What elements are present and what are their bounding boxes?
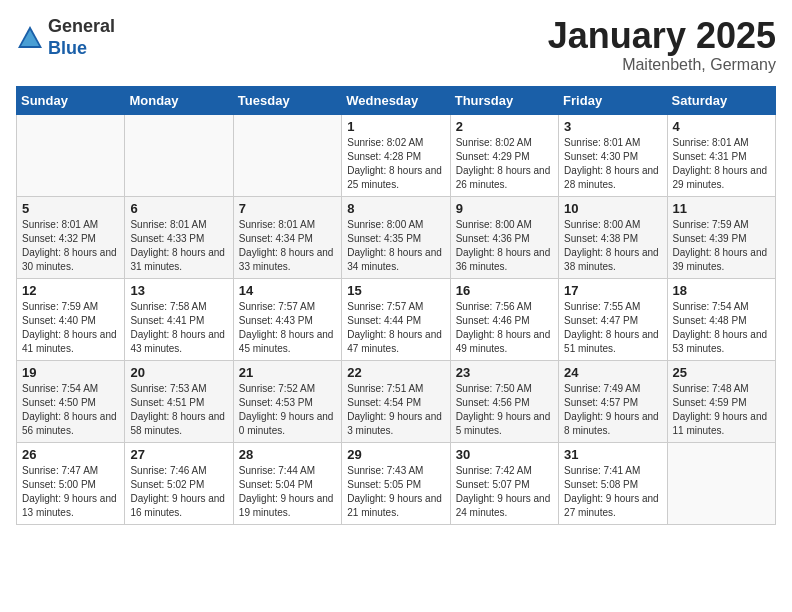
calendar-cell: 17Sunrise: 7:55 AM Sunset: 4:47 PM Dayli… <box>559 278 667 360</box>
day-info: Sunrise: 7:41 AM Sunset: 5:08 PM Dayligh… <box>564 464 661 520</box>
day-info: Sunrise: 7:59 AM Sunset: 4:39 PM Dayligh… <box>673 218 770 274</box>
calendar-cell: 27Sunrise: 7:46 AM Sunset: 5:02 PM Dayli… <box>125 442 233 524</box>
calendar-cell: 1Sunrise: 8:02 AM Sunset: 4:28 PM Daylig… <box>342 114 450 196</box>
calendar-cell: 2Sunrise: 8:02 AM Sunset: 4:29 PM Daylig… <box>450 114 558 196</box>
day-number: 9 <box>456 201 553 216</box>
day-number: 21 <box>239 365 336 380</box>
day-number: 26 <box>22 447 119 462</box>
day-number: 5 <box>22 201 119 216</box>
calendar-cell: 12Sunrise: 7:59 AM Sunset: 4:40 PM Dayli… <box>17 278 125 360</box>
day-number: 30 <box>456 447 553 462</box>
day-number: 28 <box>239 447 336 462</box>
day-info: Sunrise: 8:00 AM Sunset: 4:38 PM Dayligh… <box>564 218 661 274</box>
day-info: Sunrise: 7:44 AM Sunset: 5:04 PM Dayligh… <box>239 464 336 520</box>
day-info: Sunrise: 7:46 AM Sunset: 5:02 PM Dayligh… <box>130 464 227 520</box>
day-number: 1 <box>347 119 444 134</box>
day-info: Sunrise: 7:54 AM Sunset: 4:48 PM Dayligh… <box>673 300 770 356</box>
logo: General Blue <box>16 16 115 59</box>
calendar-cell: 25Sunrise: 7:48 AM Sunset: 4:59 PM Dayli… <box>667 360 775 442</box>
weekday-header-thursday: Thursday <box>450 86 558 114</box>
calendar-week-row: 19Sunrise: 7:54 AM Sunset: 4:50 PM Dayli… <box>17 360 776 442</box>
day-number: 17 <box>564 283 661 298</box>
calendar-cell: 28Sunrise: 7:44 AM Sunset: 5:04 PM Dayli… <box>233 442 341 524</box>
calendar-table: SundayMondayTuesdayWednesdayThursdayFrid… <box>16 86 776 525</box>
day-info: Sunrise: 7:54 AM Sunset: 4:50 PM Dayligh… <box>22 382 119 438</box>
day-number: 23 <box>456 365 553 380</box>
day-info: Sunrise: 7:48 AM Sunset: 4:59 PM Dayligh… <box>673 382 770 438</box>
day-info: Sunrise: 8:01 AM Sunset: 4:33 PM Dayligh… <box>130 218 227 274</box>
calendar-week-row: 26Sunrise: 7:47 AM Sunset: 5:00 PM Dayli… <box>17 442 776 524</box>
day-number: 19 <box>22 365 119 380</box>
calendar-week-row: 5Sunrise: 8:01 AM Sunset: 4:32 PM Daylig… <box>17 196 776 278</box>
calendar-cell: 9Sunrise: 8:00 AM Sunset: 4:36 PM Daylig… <box>450 196 558 278</box>
day-info: Sunrise: 7:57 AM Sunset: 4:44 PM Dayligh… <box>347 300 444 356</box>
day-info: Sunrise: 7:51 AM Sunset: 4:54 PM Dayligh… <box>347 382 444 438</box>
weekday-header-wednesday: Wednesday <box>342 86 450 114</box>
calendar-cell: 20Sunrise: 7:53 AM Sunset: 4:51 PM Dayli… <box>125 360 233 442</box>
weekday-header-monday: Monday <box>125 86 233 114</box>
day-info: Sunrise: 8:01 AM Sunset: 4:30 PM Dayligh… <box>564 136 661 192</box>
calendar-cell <box>125 114 233 196</box>
weekday-header-sunday: Sunday <box>17 86 125 114</box>
logo-general-text: General <box>48 16 115 38</box>
day-number: 22 <box>347 365 444 380</box>
day-number: 20 <box>130 365 227 380</box>
calendar-cell: 15Sunrise: 7:57 AM Sunset: 4:44 PM Dayli… <box>342 278 450 360</box>
calendar-cell: 11Sunrise: 7:59 AM Sunset: 4:39 PM Dayli… <box>667 196 775 278</box>
day-number: 8 <box>347 201 444 216</box>
day-info: Sunrise: 8:02 AM Sunset: 4:29 PM Dayligh… <box>456 136 553 192</box>
day-info: Sunrise: 7:47 AM Sunset: 5:00 PM Dayligh… <box>22 464 119 520</box>
day-info: Sunrise: 7:57 AM Sunset: 4:43 PM Dayligh… <box>239 300 336 356</box>
calendar-cell: 7Sunrise: 8:01 AM Sunset: 4:34 PM Daylig… <box>233 196 341 278</box>
calendar-week-row: 1Sunrise: 8:02 AM Sunset: 4:28 PM Daylig… <box>17 114 776 196</box>
day-number: 27 <box>130 447 227 462</box>
day-number: 13 <box>130 283 227 298</box>
day-number: 31 <box>564 447 661 462</box>
day-number: 18 <box>673 283 770 298</box>
calendar-cell: 4Sunrise: 8:01 AM Sunset: 4:31 PM Daylig… <box>667 114 775 196</box>
calendar-cell <box>667 442 775 524</box>
day-number: 2 <box>456 119 553 134</box>
calendar-cell: 10Sunrise: 8:00 AM Sunset: 4:38 PM Dayli… <box>559 196 667 278</box>
day-info: Sunrise: 7:56 AM Sunset: 4:46 PM Dayligh… <box>456 300 553 356</box>
weekday-header-friday: Friday <box>559 86 667 114</box>
day-info: Sunrise: 7:55 AM Sunset: 4:47 PM Dayligh… <box>564 300 661 356</box>
page-header: General Blue January 2025 Maitenbeth, Ge… <box>16 16 776 74</box>
title-block: January 2025 Maitenbeth, Germany <box>548 16 776 74</box>
calendar-cell: 22Sunrise: 7:51 AM Sunset: 4:54 PM Dayli… <box>342 360 450 442</box>
calendar-cell: 23Sunrise: 7:50 AM Sunset: 4:56 PM Dayli… <box>450 360 558 442</box>
calendar-cell: 21Sunrise: 7:52 AM Sunset: 4:53 PM Dayli… <box>233 360 341 442</box>
calendar-cell: 8Sunrise: 8:00 AM Sunset: 4:35 PM Daylig… <box>342 196 450 278</box>
day-number: 3 <box>564 119 661 134</box>
day-info: Sunrise: 7:49 AM Sunset: 4:57 PM Dayligh… <box>564 382 661 438</box>
day-info: Sunrise: 8:01 AM Sunset: 4:31 PM Dayligh… <box>673 136 770 192</box>
day-number: 29 <box>347 447 444 462</box>
day-number: 25 <box>673 365 770 380</box>
calendar-cell: 16Sunrise: 7:56 AM Sunset: 4:46 PM Dayli… <box>450 278 558 360</box>
calendar-cell: 3Sunrise: 8:01 AM Sunset: 4:30 PM Daylig… <box>559 114 667 196</box>
day-number: 24 <box>564 365 661 380</box>
logo-icon <box>16 24 44 52</box>
calendar-cell <box>233 114 341 196</box>
location: Maitenbeth, Germany <box>548 56 776 74</box>
calendar-cell: 29Sunrise: 7:43 AM Sunset: 5:05 PM Dayli… <box>342 442 450 524</box>
calendar-cell: 5Sunrise: 8:01 AM Sunset: 4:32 PM Daylig… <box>17 196 125 278</box>
day-number: 11 <box>673 201 770 216</box>
day-info: Sunrise: 7:58 AM Sunset: 4:41 PM Dayligh… <box>130 300 227 356</box>
weekday-header-row: SundayMondayTuesdayWednesdayThursdayFrid… <box>17 86 776 114</box>
day-info: Sunrise: 8:00 AM Sunset: 4:35 PM Dayligh… <box>347 218 444 274</box>
day-info: Sunrise: 7:52 AM Sunset: 4:53 PM Dayligh… <box>239 382 336 438</box>
calendar-cell: 13Sunrise: 7:58 AM Sunset: 4:41 PM Dayli… <box>125 278 233 360</box>
weekday-header-saturday: Saturday <box>667 86 775 114</box>
day-number: 15 <box>347 283 444 298</box>
calendar-cell: 19Sunrise: 7:54 AM Sunset: 4:50 PM Dayli… <box>17 360 125 442</box>
day-info: Sunrise: 7:59 AM Sunset: 4:40 PM Dayligh… <box>22 300 119 356</box>
day-number: 7 <box>239 201 336 216</box>
day-number: 10 <box>564 201 661 216</box>
calendar-cell: 6Sunrise: 8:01 AM Sunset: 4:33 PM Daylig… <box>125 196 233 278</box>
month-title: January 2025 <box>548 16 776 56</box>
calendar-cell: 31Sunrise: 7:41 AM Sunset: 5:08 PM Dayli… <box>559 442 667 524</box>
day-info: Sunrise: 7:50 AM Sunset: 4:56 PM Dayligh… <box>456 382 553 438</box>
calendar-cell <box>17 114 125 196</box>
day-info: Sunrise: 7:53 AM Sunset: 4:51 PM Dayligh… <box>130 382 227 438</box>
